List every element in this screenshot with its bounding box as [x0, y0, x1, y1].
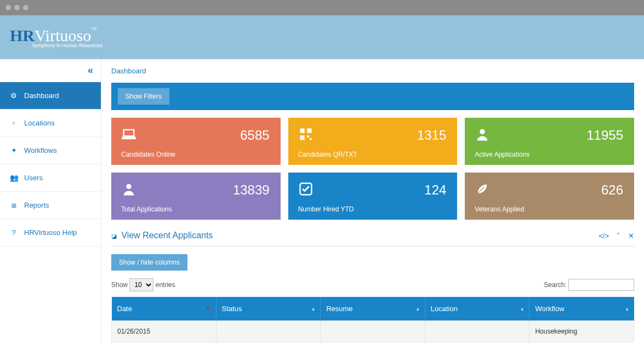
check-icon — [298, 184, 314, 200]
panel-title-text: View Recent Applicants — [121, 231, 213, 240]
svg-rect-2 — [300, 135, 304, 140]
qr-icon — [298, 129, 314, 145]
stat-cards: 6585 Candidates Online 1315 Candidates Q… — [111, 118, 634, 220]
panel-header: ◪ View Recent Applicants </> ˄ ✕ — [111, 231, 634, 246]
svg-point-5 — [480, 129, 485, 134]
card-value: 124 — [424, 182, 446, 198]
chevron-up-icon[interactable]: ˄ — [617, 232, 620, 240]
nav-item-workflows[interactable]: ✦ Workflows — [0, 137, 101, 164]
search-control: Search: — [544, 279, 634, 291]
brand-bar: HRVirtuoso™ Symphony in Human Resources — [0, 15, 644, 59]
col-location[interactable]: Location♦ — [425, 297, 529, 321]
card-value: 6585 — [240, 128, 269, 143]
card-value: 626 — [601, 182, 623, 198]
locations-icon: ▫ — [10, 119, 18, 127]
users-icon: 👥 — [10, 174, 18, 182]
nav-item-reports[interactable]: ≣ Reports — [0, 192, 101, 219]
sidebar-collapse-row: « — [0, 59, 101, 82]
cell-location — [425, 321, 529, 342]
cell-status — [216, 321, 321, 342]
nav-item-help[interactable]: ? HRVirtuoso Help — [0, 219, 101, 246]
table-controls: Show 10 entries Search: — [111, 278, 634, 291]
card-label: Candidates Online — [121, 151, 175, 158]
svg-rect-3 — [307, 135, 309, 137]
nav-item-dashboard[interactable]: ⚙ Dashboard — [0, 82, 101, 110]
svg-rect-4 — [310, 138, 312, 140]
user-icon — [121, 184, 136, 200]
panel-tools: </> ˄ ✕ — [599, 232, 634, 240]
col-workflow[interactable]: Workflow♦ — [529, 297, 634, 321]
cell-date: 01/26/2015 — [112, 321, 216, 342]
leaf-icon — [475, 184, 490, 200]
card-label: Number Hired YTD — [298, 205, 354, 213]
card-number-hired[interactable]: 124 Number Hired YTD — [288, 173, 458, 220]
workflows-icon: ✦ — [10, 146, 18, 154]
search-label: Search: — [544, 281, 566, 289]
col-status[interactable]: Status♦ — [216, 297, 321, 321]
card-label: Total Applications — [121, 205, 172, 213]
sort-icon: ♦ — [417, 306, 419, 312]
nav-label: Users — [24, 174, 43, 182]
card-active-applications[interactable]: 11955 Active Applications — [465, 118, 634, 165]
card-candidates-online[interactable]: 6585 Candidates Online — [111, 118, 281, 165]
svg-rect-1 — [307, 129, 311, 133]
col-resume[interactable]: Resume♦ — [321, 297, 425, 321]
panel-title-icon: ◪ — [111, 233, 117, 239]
card-value: 1315 — [417, 128, 446, 143]
logo-tagline: Symphony in Human Resources — [32, 43, 102, 48]
sort-icon: ♦ — [521, 306, 523, 312]
nav-label: Dashboard — [24, 91, 59, 100]
window-dot-min[interactable] — [14, 5, 20, 10]
logo-hr: HR — [10, 26, 35, 44]
show-label-post: entries — [156, 281, 175, 289]
nav-label: Locations — [24, 119, 55, 127]
card-label: Candidates QR/TXT — [298, 151, 357, 158]
card-veterans-applied[interactable]: 626 Veterans Applied — [465, 173, 634, 220]
code-icon[interactable]: </> — [599, 232, 609, 240]
user-icon — [475, 129, 490, 145]
nav-label: HRVirtuoso Help — [24, 228, 77, 237]
breadcrumb: Dashboard — [111, 67, 634, 75]
sort-icon: ▼ — [206, 306, 210, 312]
sidebar: « ⚙ Dashboard ▫ Locations ✦ Workflows 👥 … — [0, 59, 101, 344]
filter-bar: Show Filters — [111, 83, 634, 110]
reports-icon: ≣ — [10, 201, 18, 209]
table-row[interactable]: 01/26/2015 Housekeeping — [112, 321, 634, 342]
show-filters-button[interactable]: Show Filters — [118, 88, 169, 105]
card-value: 11955 — [586, 128, 623, 143]
laptop-icon — [121, 129, 136, 145]
svg-rect-0 — [300, 129, 304, 133]
nav-item-locations[interactable]: ▫ Locations — [0, 110, 101, 137]
logo-tm: ™ — [91, 26, 96, 32]
card-total-applications[interactable]: 13839 Total Applications — [111, 173, 281, 220]
card-value: 13839 — [233, 182, 270, 198]
sort-icon: ♦ — [312, 306, 315, 312]
card-label: Veterans Applied — [475, 205, 524, 213]
sort-icon: ♦ — [625, 306, 628, 312]
dashboard-icon: ⚙ — [10, 91, 18, 100]
entries-control: Show 10 entries — [111, 278, 175, 291]
cell-workflow: Housekeeping — [529, 321, 634, 342]
window-dot-close[interactable] — [5, 5, 11, 10]
nav-label: Workflows — [24, 146, 57, 154]
window-titlebar — [0, 0, 644, 15]
show-hide-columns-button[interactable]: Show / hide columns — [111, 254, 187, 271]
nav-item-users[interactable]: 👥 Users — [0, 164, 101, 192]
card-label: Active Applications — [475, 151, 529, 158]
logo: HRVirtuoso™ Symphony in Human Resources — [10, 26, 102, 48]
help-icon: ? — [10, 228, 18, 237]
close-icon[interactable]: ✕ — [628, 232, 634, 240]
applicants-table: Date▼ Status♦ Resume♦ Location♦ Workflow… — [111, 297, 634, 342]
window-dot-max[interactable] — [23, 5, 29, 10]
nav-list: ⚙ Dashboard ▫ Locations ✦ Workflows 👥 Us… — [0, 82, 101, 246]
panel-title: ◪ View Recent Applicants — [111, 231, 213, 240]
page-size-select[interactable]: 10 — [129, 278, 153, 291]
show-label-pre: Show — [111, 281, 128, 289]
card-candidates-qr[interactable]: 1315 Candidates QR/TXT — [288, 118, 458, 165]
logo-rest: Virtuoso — [35, 26, 91, 44]
col-date[interactable]: Date▼ — [112, 297, 216, 321]
svg-point-6 — [126, 184, 131, 189]
collapse-icon[interactable]: « — [88, 65, 93, 76]
search-input[interactable] — [568, 279, 634, 291]
cell-resume — [321, 321, 425, 342]
